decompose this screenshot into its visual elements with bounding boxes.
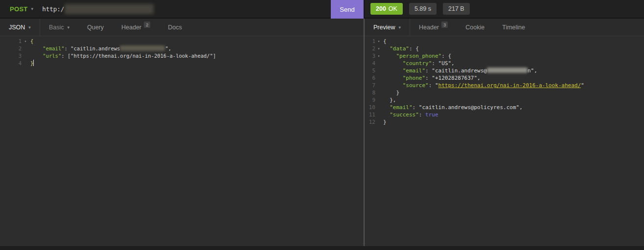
line-number: 6: [365, 74, 375, 82]
code-line: 4 "country": "US",: [365, 60, 644, 67]
rest-client-window: POST ▾ http:/ Send 200 OK 5.89 s 217 B J…: [0, 0, 644, 250]
code-token: },: [383, 97, 396, 103]
code-token: [383, 82, 403, 89]
code-token: "source": [403, 82, 429, 89]
redacted-text: [120, 45, 165, 51]
code-text: {: [382, 38, 387, 45]
code-token: : [: [61, 53, 70, 59]
code-token: ]: [213, 53, 216, 59]
url-input[interactable]: http:/: [42, 4, 331, 14]
request-pane: JSON ▾ Basic ▾ Query Header 2 Docs: [0, 19, 364, 249]
code-text: "success": true: [382, 111, 438, 118]
tab-count-badge: 2: [144, 22, 150, 28]
tab-cookie[interactable]: Cookie: [457, 19, 493, 36]
tab-response-header[interactable]: Header 3: [410, 19, 457, 36]
code-token: "email": [390, 104, 412, 111]
code-token: "US",: [438, 60, 455, 67]
code-line: 4}: [0, 60, 364, 67]
code-text: "person_phone": {: [382, 52, 451, 60]
fold-gutter-spacer: [22, 60, 29, 67]
tab-docs[interactable]: Docs: [159, 19, 190, 36]
method-dropdown[interactable]: POST ▾: [10, 5, 33, 13]
code-token: :: [425, 75, 432, 81]
code-line: 2▾ "data": {: [365, 45, 644, 52]
code-token: :: [429, 82, 435, 89]
code-token: ": [581, 82, 584, 89]
code-text: "source": "https://thenai.org/nai-in-201…: [382, 82, 584, 89]
code-token: }: [383, 90, 399, 96]
request-body-editor[interactable]: 1▾{2 "email": "caitlin.andrews",3 "urls"…: [0, 36, 364, 249]
status-text: OK: [389, 5, 397, 12]
response-meta-bar: 200 OK 5.89 s 217 B: [365, 0, 644, 18]
tab-label: Header: [121, 24, 141, 31]
code-line: 12}: [365, 118, 644, 126]
code-text: }: [382, 89, 399, 96]
line-number: 3: [365, 52, 375, 60]
fold-arrow-icon[interactable]: ▾: [22, 38, 29, 45]
chevron-down-icon: ▾: [28, 25, 31, 30]
line-number: 10: [365, 104, 375, 111]
tab-query[interactable]: Query: [78, 19, 113, 36]
tab-label: Header: [419, 24, 439, 31]
code-line: 8 }: [365, 89, 644, 96]
request-tab-bar: JSON ▾ Basic ▾ Query Header 2 Docs: [0, 19, 364, 36]
code-text: "email": "caitlin.andrews@n",: [382, 67, 537, 74]
redacted-url: [65, 4, 154, 14]
size-badge: 217 B: [443, 3, 470, 15]
code-text: "urls": ["https://thenai.org/nai-in-2016…: [29, 52, 216, 60]
chevron-down-icon: ▾: [67, 25, 69, 30]
code-token: : {: [441, 53, 451, 59]
code-token: [383, 60, 403, 67]
line-number: 4: [0, 60, 22, 67]
tab-body-type-json[interactable]: JSON ▾: [0, 19, 40, 36]
tab-label: Cookie: [465, 24, 484, 31]
fold-gutter-spacer: [375, 89, 382, 96]
code-token: [30, 45, 43, 51]
tab-auth-basic[interactable]: Basic ▾: [40, 19, 78, 36]
code-line: 10 "email": "caitlin.andrews@policyres.c…: [365, 104, 644, 111]
code-token: "phone": [403, 75, 425, 81]
line-number: 11: [365, 111, 375, 118]
tab-label: Query: [87, 24, 104, 31]
fold-gutter-spacer: [375, 96, 382, 104]
code-text: }: [29, 60, 34, 67]
request-url-bar: POST ▾ http:/: [0, 0, 331, 18]
code-line: 5 "email": "caitlin.andrews@n",: [365, 67, 644, 74]
response-url-link[interactable]: https://thenai.org/nai-in-2016-a-look-ah…: [438, 82, 581, 89]
code-token: "caitlin.andrews@: [432, 68, 487, 74]
send-button[interactable]: Send: [331, 0, 364, 19]
code-token: : {: [409, 45, 419, 52]
line-number: 9: [365, 96, 375, 104]
fold-gutter-spacer: [375, 111, 382, 118]
code-token: [383, 112, 390, 118]
code-token: n",: [528, 68, 537, 74]
fold-arrow-icon[interactable]: ▾: [375, 45, 382, 52]
code-token: "caitlin.andrews: [70, 45, 120, 51]
code-text: "country": "US",: [382, 60, 455, 67]
top-bar: POST ▾ http:/ Send 200 OK 5.89 s 217 B: [0, 0, 644, 19]
line-number: 2: [0, 45, 22, 52]
fold-arrow-icon[interactable]: ▾: [375, 38, 382, 45]
code-token: "https://thenai.org/nai-in-2016-a-look-a…: [70, 53, 213, 59]
code-text: }: [382, 118, 387, 126]
code-line: 3▾ "person_phone": {: [365, 52, 644, 60]
method-label: POST: [10, 5, 28, 13]
tab-request-header[interactable]: Header 2: [113, 19, 159, 36]
code-token: :: [432, 60, 438, 67]
code-token: "email": [43, 45, 64, 51]
code-token: [383, 68, 403, 74]
response-pane: Preview ▾ Header 3 Cookie Timeline 1▾{2▾…: [365, 19, 644, 249]
tab-preview[interactable]: Preview ▾: [365, 19, 410, 36]
fold-gutter-spacer: [375, 104, 382, 111]
response-body-viewer[interactable]: 1▾{2▾ "data": {3▾ "person_phone": {4 "co…: [365, 36, 644, 249]
code-token: :: [425, 68, 432, 74]
fold-arrow-icon[interactable]: ▾: [375, 52, 382, 60]
code-token: "success": [390, 112, 419, 118]
code-text: },: [382, 96, 396, 104]
code-text: "phone": "+12028287637",: [382, 74, 481, 82]
fold-gutter-spacer: [375, 67, 382, 74]
code-token: "email": [403, 68, 425, 74]
code-line: 7 "source": "https://thenai.org/nai-in-2…: [365, 82, 644, 89]
code-token: ",: [165, 45, 171, 51]
tab-timeline[interactable]: Timeline: [493, 19, 534, 36]
